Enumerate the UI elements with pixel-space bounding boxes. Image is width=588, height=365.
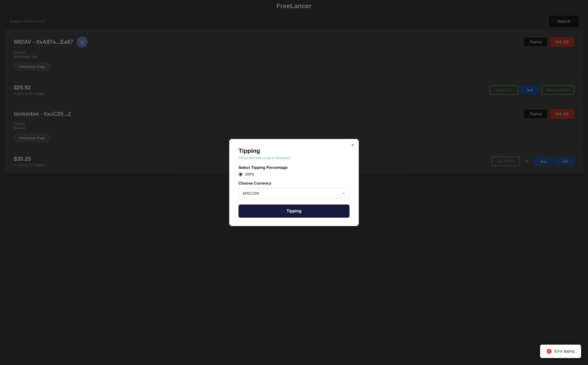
modal-subtitle: Fill out the form to tip a freelancer.: [238, 156, 350, 160]
tipping-percentage-value: 200%: [245, 172, 254, 176]
tipping-modal: × Tipping Fill out the form to tip a fre…: [229, 139, 359, 226]
modal-tipping-submit-button[interactable]: Tipping: [238, 204, 350, 218]
tipping-percentage-option: 200%: [238, 172, 350, 176]
error-icon: !: [547, 349, 552, 354]
modal-overlay[interactable]: × Tipping Fill out the form to tip a fre…: [0, 0, 588, 365]
tipping-percentage-label: Select Tipping Percentage: [238, 165, 350, 170]
tipping-percentage-radio[interactable]: [238, 172, 243, 176]
modal-close-button[interactable]: ×: [351, 143, 354, 148]
modal-title: Tipping: [238, 147, 350, 154]
currency-select[interactable]: APECOIN ETH USDC DAI: [238, 188, 350, 199]
error-toast: ! Error tipping: [540, 345, 581, 358]
currency-label: Choose Currency: [238, 181, 350, 186]
error-message: Error tipping: [554, 349, 574, 353]
